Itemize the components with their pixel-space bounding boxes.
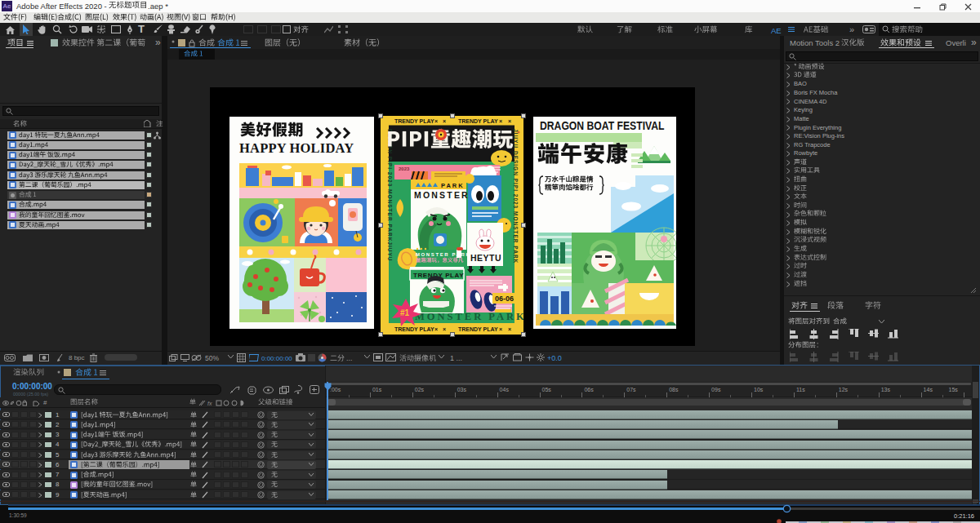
svg-text:×: × [434,326,438,332]
svg-text:PARK: PARK [441,182,465,189]
svg-text:MONSTER PARK: MONSTER PARK [416,252,470,257]
svg-text:MONSTER: MONSTER [414,190,470,200]
svg-text:06-06: 06-06 [495,295,514,303]
svg-text:MONSTER PARK: MONSTER PARK [415,311,523,322]
svg-text:×: × [499,118,502,124]
svg-text:HEYTU: HEYTU [470,253,501,263]
svg-text:TRENDY PLAY: TRENDY PLAY [394,326,434,332]
svg-text:×: × [443,326,446,332]
svg-text:TRENDY PLAY: TRENDY PLAY [458,118,498,124]
svg-text:#1: #1 [400,308,410,317]
svg-text:×: × [508,326,511,332]
svg-text:2023: 2023 [399,166,410,171]
svg-text:fx: fx [207,401,212,406]
svg-text:×: × [508,118,511,124]
svg-text:TRENDY PLAY: TRENDY PLAY [394,118,434,124]
svg-text:×: × [443,118,446,124]
svg-text:TRENDY PLAY: TRENDY PLAY [458,326,498,332]
svg-text:×: × [499,326,502,332]
svg-text:×: × [434,118,438,124]
